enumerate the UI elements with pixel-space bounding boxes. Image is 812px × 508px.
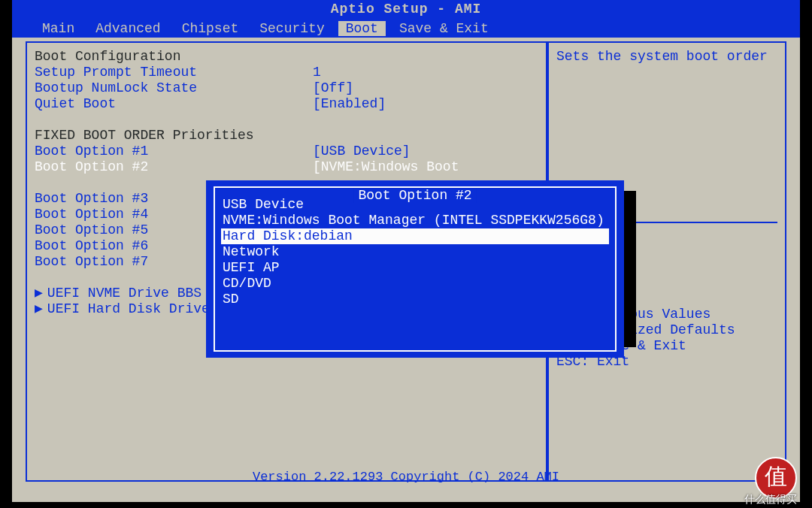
setup-prompt-value: 1 bbox=[313, 65, 538, 80]
section-fixed-boot-order: FIXED BOOT ORDER Priorities bbox=[35, 128, 538, 144]
opt1-label: Boot Option #1 bbox=[35, 144, 313, 159]
quiet-boot[interactable]: Quiet Boot [Enabled] bbox=[35, 96, 538, 112]
opt2-label: Boot Option #2 bbox=[35, 159, 313, 175]
menu-boot[interactable]: Boot bbox=[338, 21, 386, 36]
quiet-boot-value: [Enabled] bbox=[313, 96, 538, 112]
menu-bar: Main Advanced Chipset Security Boot Save… bbox=[12, 19, 800, 38]
popup-item-cddvd[interactable]: CD/DVD bbox=[221, 276, 609, 292]
arrow-icon: ▶ bbox=[35, 301, 43, 317]
footer-version: Version 2.22.1293 Copyright (C) 2024 AMI bbox=[12, 470, 800, 484]
setup-prompt-timeout[interactable]: Setup Prompt Timeout 1 bbox=[35, 65, 538, 80]
main-area: Boot Configuration Setup Prompt Timeout … bbox=[12, 38, 800, 485]
popup-item-sd[interactable]: SD bbox=[221, 292, 609, 307]
numlock-label: Bootup NumLock State bbox=[35, 80, 313, 96]
popup-item-usb[interactable]: USB Device bbox=[221, 197, 609, 213]
menu-security[interactable]: Security bbox=[252, 21, 332, 36]
quiet-boot-label: Quiet Boot bbox=[35, 96, 313, 112]
menu-advanced[interactable]: Advanced bbox=[88, 21, 168, 36]
popup-item-network[interactable]: Network bbox=[221, 244, 609, 260]
setup-prompt-label: Setup Prompt Timeout bbox=[35, 65, 313, 80]
bios-title: Aptio Setup - AMI bbox=[12, 0, 800, 19]
bios-screen: Aptio Setup - AMI Main Advanced Chipset … bbox=[12, 0, 800, 502]
arrow-icon: ▶ bbox=[35, 286, 43, 301]
boot-option-popup: Boot Option #2 USB Device NVME:Windows B… bbox=[206, 180, 624, 358]
help-description: Sets the system boot order bbox=[556, 49, 777, 65]
opt1-value: [USB Device] bbox=[313, 144, 538, 159]
menu-save-exit[interactable]: Save & Exit bbox=[392, 21, 496, 36]
popup-items: USB Device NVME:Windows Boot Manager (IN… bbox=[221, 197, 609, 307]
opt2-value: [NVME:Windows Boot bbox=[313, 159, 538, 175]
sub1-label: UEFI NVME Drive BBS P bbox=[47, 286, 218, 301]
watermark-text: 什么值得买 bbox=[744, 493, 797, 506]
section-boot-config: Boot Configuration bbox=[35, 49, 538, 65]
bootup-numlock[interactable]: Bootup NumLock State [Off] bbox=[35, 80, 538, 96]
numlock-value: [Off] bbox=[313, 80, 538, 96]
boot-option-2[interactable]: Boot Option #2 [NVME:Windows Boot bbox=[35, 159, 538, 175]
popup-item-uefi-ap[interactable]: UEFI AP bbox=[221, 260, 609, 276]
popup-item-harddisk[interactable]: Hard Disk:debian bbox=[221, 228, 609, 244]
menu-main[interactable]: Main bbox=[35, 21, 82, 36]
boot-option-1[interactable]: Boot Option #1 [USB Device] bbox=[35, 144, 538, 159]
popup-item-nvme[interactable]: NVME:Windows Boot Manager (INTEL SSDPEKK… bbox=[221, 213, 609, 228]
top-bar: Aptio Setup - AMI Main Advanced Chipset … bbox=[12, 0, 800, 38]
menu-chipset[interactable]: Chipset bbox=[174, 21, 247, 36]
